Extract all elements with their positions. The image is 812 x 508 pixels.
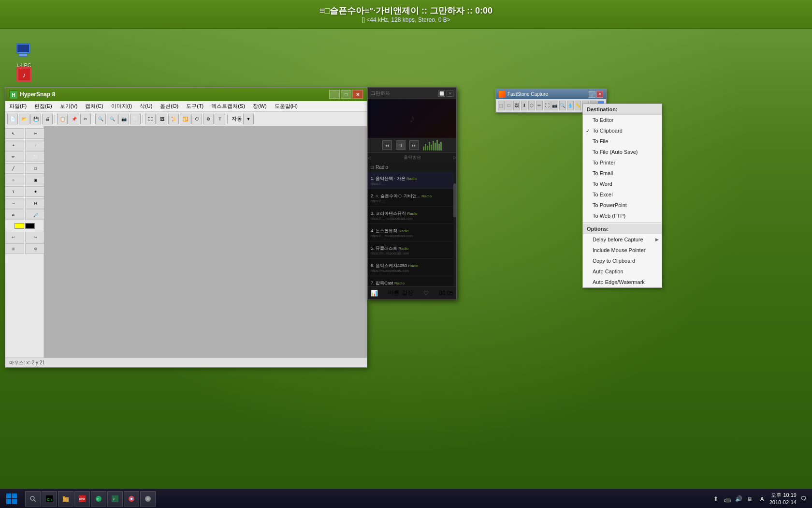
- station-6[interactable]: 6. 음악스케치4050 Radio https://musicpodcast.…: [368, 259, 456, 276]
- menu-delete[interactable]: 삭(U): [136, 102, 156, 111]
- tool-line[interactable]: ╱: [5, 163, 24, 174]
- station-4[interactable]: 4. 논스톱뮤직 Radio https://....musicpodcast.…: [368, 224, 456, 241]
- fs-minimize[interactable]: _: [589, 91, 595, 98]
- tool-arrow[interactable]: →: [5, 198, 24, 209]
- menu-to-web[interactable]: To Web (FTP): [583, 210, 662, 221]
- tb-settings[interactable]: ⚙: [203, 114, 214, 124]
- tool-zoom-out2[interactable]: -: [25, 140, 46, 150]
- play-pause-button[interactable]: ⏸: [396, 140, 406, 150]
- tb-scroll[interactable]: 📜: [168, 114, 179, 124]
- taskbar-chrome[interactable]: [124, 491, 139, 507]
- fs-capture-region[interactable]: ⬚: [498, 101, 505, 110]
- tool-undo[interactable]: ↩: [5, 232, 24, 242]
- station-2[interactable]: 2. ○. 슬픈수아◇·가비앤... Radio https://.....: [368, 189, 456, 207]
- fs-magnify[interactable]: 🔍: [559, 101, 566, 110]
- station-3[interactable]: 3. 코리아댄스뮤직 Radio https://....musicpodcas…: [368, 207, 456, 224]
- menu-to-excel[interactable]: To Excel: [583, 189, 662, 200]
- menu-to-email[interactable]: To Email: [583, 168, 662, 179]
- tool-erase[interactable]: ⬜: [25, 151, 46, 162]
- station-1[interactable]: 1. 음악산책 · 가은 Radio https://.....: [368, 172, 456, 189]
- taskbar-edge[interactable]: e: [91, 491, 106, 507]
- tb-capture[interactable]: 📷: [118, 114, 129, 124]
- tool-group[interactable]: ⊞: [5, 243, 24, 254]
- tool-crop2[interactable]: ✂: [25, 128, 46, 139]
- menu-auto-caption[interactable]: Auto Caption: [583, 266, 662, 277]
- tool-highlighter[interactable]: H: [25, 198, 46, 209]
- fs-capture-window[interactable]: 🖼: [513, 101, 520, 110]
- fs-color-picker[interactable]: 💧: [567, 101, 574, 110]
- tb-timer[interactable]: ⏱: [191, 114, 202, 124]
- tb-print[interactable]: 🖨: [42, 114, 53, 124]
- menu-options[interactable]: 옵션(O): [156, 102, 182, 111]
- color-swatch2[interactable]: [25, 223, 35, 229]
- color-swatch[interactable]: [14, 223, 24, 229]
- faststone-titlebar[interactable]: FastStone Capture _ ✕: [496, 89, 606, 99]
- tray-notification[interactable]: 🗨: [799, 494, 808, 503]
- menu-file[interactable]: 파일(F): [5, 102, 30, 111]
- menu-to-printer[interactable]: To Printer: [583, 157, 662, 168]
- maximize-button[interactable]: □: [341, 90, 351, 99]
- taskbar-explorer[interactable]: [58, 491, 73, 507]
- tool-circle[interactable]: ○: [5, 175, 24, 185]
- tray-icon-volume[interactable]: 🔊: [735, 494, 743, 503]
- taskbar-music[interactable]: ♪: [107, 491, 123, 507]
- tb-repeat[interactable]: 🔁: [180, 114, 190, 124]
- minimize-button[interactable]: _: [329, 90, 340, 99]
- tb-fullscreen[interactable]: ⛶: [145, 114, 156, 124]
- taskbar-search[interactable]: [25, 491, 41, 507]
- radio-scrollbar[interactable]: [453, 172, 456, 286]
- start-button[interactable]: [0, 489, 23, 508]
- tb-window-cap[interactable]: 🖼: [157, 114, 167, 124]
- tool-redo[interactable]: ↪: [25, 232, 46, 242]
- tool-draw[interactable]: ✏: [5, 151, 24, 162]
- menu-textcapture[interactable]: 텍스트캡처(S): [207, 102, 249, 111]
- fs-capture-rect[interactable]: □: [506, 101, 512, 110]
- menu-capture[interactable]: 캡처(C): [81, 102, 107, 111]
- menu-window[interactable]: 창(W): [249, 102, 271, 111]
- tool-text2[interactable]: T: [5, 186, 24, 197]
- menu-view[interactable]: 보기(V): [56, 102, 82, 111]
- menu-copy-clipboard[interactable]: Copy to Clipboard: [583, 255, 662, 266]
- fs-capture-video[interactable]: 📷: [551, 101, 558, 110]
- tb-paste[interactable]: 📌: [69, 114, 79, 124]
- menu-to-clipboard[interactable]: To Clipboard: [583, 125, 662, 136]
- tb-auto-dropdown[interactable]: ▼: [243, 114, 254, 124]
- station-5[interactable]: 5. 뮤클래스토 Radio https://musicpodcast.com: [368, 241, 456, 259]
- fs-capture-region2[interactable]: ⬡: [528, 101, 535, 110]
- media-titlebar[interactable]: 그만하자 ⬜ ✕: [368, 88, 456, 99]
- tray-icon-network2[interactable]: 🖥: [746, 494, 755, 503]
- media-close[interactable]: ✕: [447, 90, 453, 97]
- tray-icon-1[interactable]: ⬆: [711, 494, 720, 503]
- menu-edit[interactable]: 편집(E): [30, 102, 56, 111]
- tb-save[interactable]: 💾: [30, 114, 41, 124]
- menu-to-word[interactable]: To Word: [583, 179, 662, 189]
- tool-zoom-in2[interactable]: +: [5, 140, 24, 150]
- fs-capture-freehand[interactable]: ✏: [536, 101, 543, 110]
- tool-rect2[interactable]: □: [25, 163, 46, 174]
- fs-capture-full[interactable]: ⛶: [544, 101, 551, 110]
- menu-to-file-auto[interactable]: To File (Auto Save): [583, 147, 662, 157]
- tb-zoom-out[interactable]: 🔍: [107, 114, 117, 124]
- close-button[interactable]: ✕: [352, 90, 363, 99]
- tray-icon-language[interactable]: A: [758, 494, 767, 503]
- tray-icon-network[interactable]: ⬛: [723, 494, 732, 503]
- tb-zoom-in[interactable]: 🔍: [95, 114, 106, 124]
- fs-capture-scroll[interactable]: ⬇: [521, 101, 528, 110]
- menu-tools[interactable]: 도구(T): [182, 102, 207, 111]
- tool-settings2[interactable]: ⚙: [25, 243, 46, 254]
- tool-blur[interactable]: ≋: [5, 209, 24, 220]
- fs-ruler[interactable]: 📏: [575, 101, 581, 110]
- menu-auto-edge-watermark[interactable]: Auto Edge/Watermark: [583, 277, 662, 287]
- taskbar-app2[interactable]: [140, 491, 156, 507]
- menu-to-powerpoint[interactable]: To PowerPoint: [583, 200, 662, 210]
- tool-select[interactable]: ↖: [5, 128, 24, 139]
- tb-crop[interactable]: ✂: [80, 114, 91, 124]
- prev-button[interactable]: ⏮: [382, 140, 392, 150]
- station-7[interactable]: 7. 팝목Cast Radio https://....musicpodcast…: [368, 276, 456, 286]
- media-expand[interactable]: ⬜: [438, 90, 445, 97]
- next-button[interactable]: ⏭: [409, 140, 419, 150]
- menu-include-mouse[interactable]: Include Mouse Pointer: [583, 245, 662, 255]
- taskbar-pdf[interactable]: PDF: [74, 491, 90, 507]
- menu-delay-before-capture[interactable]: Delay before Capture: [583, 234, 662, 245]
- tb-open[interactable]: 📂: [19, 114, 29, 124]
